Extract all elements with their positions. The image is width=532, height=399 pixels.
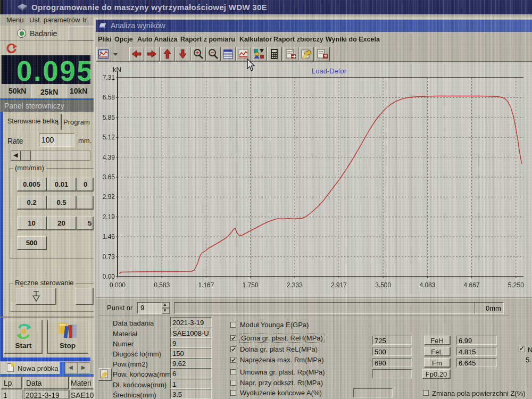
svg-text:3.65: 3.65	[103, 173, 115, 181]
svg-text:4.667: 4.667	[464, 281, 480, 289]
svg-text:4.083: 4.083	[419, 281, 435, 289]
svg-text:5.85: 5.85	[103, 114, 115, 121]
svg-text:2.92: 2.92	[103, 193, 115, 201]
svg-text:6.58: 6.58	[103, 94, 115, 101]
svg-text:1.750: 1.750	[243, 281, 259, 289]
svg-text:2.333: 2.333	[287, 281, 303, 289]
svg-text:2.917: 2.917	[331, 281, 347, 289]
svg-text:0.000: 0.000	[110, 281, 126, 289]
svg-text:1.167: 1.167	[198, 281, 214, 289]
svg-text:3.500: 3.500	[375, 281, 391, 289]
svg-text:5.250: 5.250	[508, 281, 524, 289]
svg-text:0.00: 0.00	[103, 273, 115, 280]
svg-text:5.12: 5.12	[103, 134, 115, 141]
svg-text:0.583: 0.583	[154, 281, 170, 289]
svg-text:4.39: 4.39	[103, 154, 115, 161]
svg-text:0.73: 0.73	[103, 253, 115, 261]
svg-text:1.46: 1.46	[103, 233, 115, 240]
svg-text:2.19: 2.19	[103, 213, 115, 221]
svg-text:7.31: 7.31	[103, 74, 115, 81]
